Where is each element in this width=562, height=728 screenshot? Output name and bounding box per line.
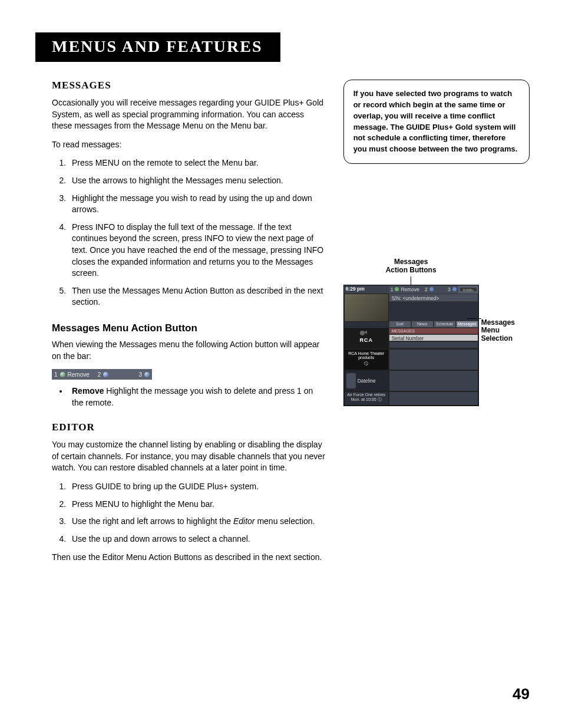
figure-screen-wrap: 6:29 pm 1 Remove 2 3: [343, 285, 527, 406]
two-column-layout: Messages Occasionally you will receive m…: [35, 80, 530, 571]
messages-step: Press INFO to display the full text of t…: [68, 222, 326, 279]
dot-icon: [429, 287, 434, 291]
editor-steps: Press GUIDE to bring up the GUIDE Plus+ …: [52, 481, 326, 545]
screen-left-col: RCA Home Theater products ⓘ: [344, 349, 389, 370]
screen-top-bar: 6:29 pm 1 Remove 2 3: [344, 285, 478, 294]
action-bullet-list: Remove Highlight the message you wish to…: [52, 386, 326, 409]
screen-row-5: Air Force One retires Mon. at 10:00 ⓘ: [344, 391, 478, 406]
chapter-title-bar: Menus and Features: [35, 32, 280, 62]
blank-panel: [389, 370, 478, 391]
chapter-title: Menus and Features: [52, 37, 263, 56]
ad-panel-dateline: Dateline: [344, 370, 389, 391]
svg-text:GUIDE+: GUIDE+: [462, 288, 474, 292]
rca-brand: RCA: [345, 338, 388, 344]
screen-action-buttons: 1 Remove 2 3: [389, 285, 458, 294]
menu-tab: News: [411, 321, 434, 328]
menu-tab-selected: Messages: [456, 321, 478, 328]
editor-step3-a: Use the right and left arrows to highlig…: [72, 516, 233, 526]
dot-icon: [452, 287, 457, 291]
messages-steps: Press MENU on the remote to select the M…: [52, 157, 326, 308]
ab-dot-icon: [144, 372, 150, 377]
ab-remove-label: Remove: [68, 371, 90, 378]
messages-intro: Occasionally you will receive messages r…: [52, 97, 326, 132]
callout-right-label: Messages Menu Selection: [481, 319, 528, 343]
info-icon: ⓘ: [378, 397, 382, 401]
messages-step: Highlight the message you wish to read b…: [68, 193, 326, 216]
action-bullet-text: Highlight the message you wish to delete…: [72, 386, 313, 407]
main-column: Messages Occasionally you will receive m…: [52, 80, 326, 571]
ad-text: RCA Home Theater products: [345, 351, 388, 360]
screen-right-col: S/N: <undetermined> Sort News Schedule M…: [389, 294, 478, 328]
menu-tabs: Sort News Schedule Messages: [389, 321, 478, 328]
tv-guide-screen: 6:29 pm 1 Remove 2 3: [343, 285, 479, 406]
screen-time: 6:29 pm: [344, 285, 389, 294]
promo-panel: Air Force One retires Mon. at 10:00 ⓘ: [344, 391, 389, 406]
sab-num: 1: [391, 286, 394, 292]
sn-line: S/N: <undetermined>: [389, 294, 478, 302]
pip-window: [344, 294, 389, 322]
ab-num: 2: [98, 371, 101, 378]
messages-step: Then use the Messages Menu Action Button…: [68, 285, 326, 308]
info-icon: ⓘ: [345, 361, 388, 366]
messages-header-label: MESSAGES: [389, 328, 478, 334]
editor-step3-em: Editor: [233, 516, 255, 526]
screen-left-col: RCA: [344, 328, 389, 349]
messages-heading: Messages: [52, 80, 326, 91]
blank-panel: [389, 349, 478, 370]
sab-remove: Remove: [401, 286, 419, 292]
callout-line-horizontal: [467, 318, 481, 319]
editor-step: Press MENU to highlight the Menu bar.: [68, 499, 326, 510]
messages-figure: Messages Action Buttons 6:29 pm 1 Remove…: [343, 258, 527, 406]
dateline-text: Dateline: [358, 378, 376, 384]
action-bar-graphic: 1 Remove 2 3: [52, 369, 152, 380]
side-column: If you have selected two programs to wat…: [343, 80, 530, 571]
editor-step: Use the up and down arrows to select a c…: [68, 533, 326, 545]
editor-heading: Editor: [52, 421, 326, 433]
screen-row-4: Dateline: [344, 370, 478, 391]
ab-num: 3: [138, 371, 142, 378]
ab-num: 1: [54, 371, 58, 378]
guide-plus-logo: GUIDE+: [458, 285, 478, 294]
blank-panel: [389, 391, 478, 406]
screen-left-col: [344, 294, 389, 328]
editor-step: Use the right and left arrows to highlig…: [68, 516, 326, 528]
action-bullet-item: Remove Highlight the message you wish to…: [68, 386, 326, 409]
editor-intro: You may customize the channel listing by…: [52, 439, 326, 474]
callout-line-vertical: [411, 276, 411, 285]
menu-tab: Schedule: [434, 321, 456, 328]
page-number: 49: [513, 685, 530, 703]
screen-right-col: MESSAGES Serial Number: [389, 328, 478, 349]
svg-point-2: [360, 331, 365, 335]
sab-num: 2: [425, 286, 428, 292]
ab-dot-icon: [103, 372, 108, 377]
messages-to-read: To read messages:: [52, 139, 326, 151]
editor-outro: Then use the Editor Menu Action Buttons …: [52, 552, 326, 564]
conflict-note-box: If you have selected two programs to wat…: [343, 80, 530, 164]
screen-row-1: S/N: <undetermined> Sort News Schedule M…: [344, 294, 478, 328]
screen-right-col: [389, 349, 478, 370]
dot-icon: [395, 287, 399, 291]
sab-num: 3: [448, 286, 451, 292]
blank-row: [389, 341, 478, 348]
ad-panel-rca: RCA: [344, 328, 389, 349]
person-icon: [346, 373, 356, 388]
figure-top-label: Messages Action Buttons: [343, 258, 479, 275]
screen-row-2: RCA MESSAGES Serial Number: [344, 328, 478, 349]
screen-row-3: RCA Home Theater products ⓘ: [344, 349, 478, 370]
screen-right-col: [389, 391, 478, 406]
menu-tab: Sort: [389, 321, 411, 328]
screen-left-col: Air Force One retires Mon. at 10:00 ⓘ: [344, 391, 389, 406]
editor-step3-b: menu selection.: [255, 516, 315, 526]
ad-panel-text: RCA Home Theater products ⓘ: [344, 349, 389, 370]
editor-step: Press GUIDE to bring up the GUIDE Plus+ …: [68, 481, 326, 493]
messages-step: Use the arrows to highlight the Messages…: [68, 175, 326, 187]
action-bullet-strong: Remove: [72, 386, 104, 396]
rca-logo-icon: [358, 330, 375, 337]
action-button-heading: Messages Menu Action Button: [52, 322, 326, 334]
screen-right-col: [389, 370, 478, 391]
action-button-intro: When viewing the Messages menu the follo…: [52, 339, 326, 362]
ab-dot-icon: [60, 372, 65, 377]
screen-left-col: Dateline: [344, 370, 389, 391]
serial-number-field: Serial Number: [389, 334, 478, 341]
messages-step: Press MENU on the remote to select the M…: [68, 157, 326, 169]
